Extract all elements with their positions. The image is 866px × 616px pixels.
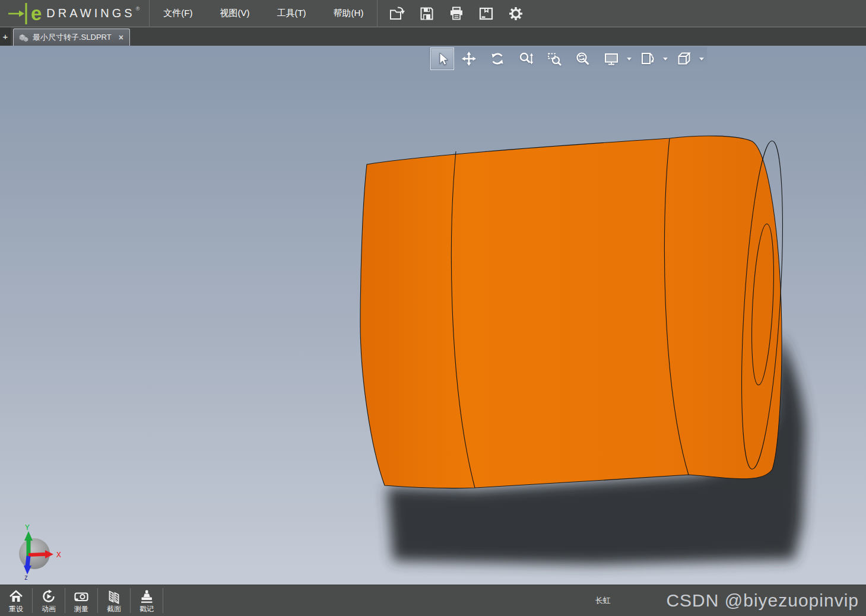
quick-toolbar [378,0,531,27]
new-tab-button[interactable]: + [0,27,11,46]
tab-bar: + 最小尺寸转子.SLDPRT × [0,27,866,46]
settings-button[interactable] [501,0,531,27]
animation-label: 动画 [42,605,56,613]
monitor-icon [604,51,619,66]
chevron-down-icon [699,58,704,61]
section-button[interactable]: 截面 [98,585,130,616]
print-icon [448,5,465,22]
edrawings-window: e DRAWINGS ® 文件(F) 视图(V) 工具(T) 帮助(H) [0,0,866,616]
print-button[interactable] [442,0,471,27]
chevron-down-icon [663,58,668,61]
divider [163,588,163,613]
measure-button[interactable]: 测量 [65,585,97,616]
publish-button[interactable] [471,0,501,27]
reset-button[interactable]: 重设 [0,585,32,616]
select-button[interactable] [430,47,454,70]
rotor-body[interactable] [360,136,782,488]
tab-active[interactable]: 最小尺寸转子.SLDPRT × [13,28,130,46]
axis-triad: Y X Z [19,523,61,581]
measure-label: 测量 [74,605,88,613]
menu-file[interactable]: 文件(F) [150,0,206,27]
menu-bar: e DRAWINGS ® 文件(F) 视图(V) 工具(T) 帮助(H) [0,0,866,27]
license-owner: 长虹 [595,595,611,606]
zoom-to-fit-button[interactable] [569,47,597,70]
pan-icon [461,51,477,66]
animation-button[interactable]: 动画 [33,585,65,616]
pan-button[interactable] [455,47,483,70]
section-icon [106,589,122,604]
zoom-fit-icon [575,51,591,66]
axis-x-label: X [56,550,61,559]
bottom-toolbar: 重设 动画 测量 [0,585,866,616]
menu-tools[interactable]: 工具(T) [263,0,319,27]
save-floppy-icon [418,5,435,22]
stamp-icon [139,589,154,604]
zoom-area-icon [547,51,562,66]
axis-z-label: Z [24,575,28,581]
orientation-button[interactable] [670,47,697,70]
logo-registered-mark: ® [136,6,140,12]
markup-views-dropdown[interactable] [661,47,669,70]
orientation-dropdown[interactable] [697,47,705,70]
axis-y-label: Y [25,523,30,532]
select-cursor-icon [434,51,450,66]
open-folder-icon [389,5,405,22]
save-button[interactable] [412,0,442,27]
animation-icon [41,589,56,604]
markup-sheet-icon [640,51,655,66]
gear-icon [507,5,524,22]
zoom-to-area-button[interactable] [541,47,568,70]
viewport[interactable]: Y X Z [0,46,866,585]
model-3d[interactable]: Y X Z [0,46,866,585]
view-toolbar [429,47,707,71]
tab-title: 最小尺寸转子.SLDPRT [33,32,112,43]
menu-help[interactable]: 帮助(H) [320,0,378,27]
tab-close-icon[interactable]: × [119,33,123,42]
stamp-button[interactable]: 戳记 [131,585,163,616]
reset-label: 重设 [9,605,23,613]
home-icon [8,589,24,604]
publish-box-icon [478,5,494,22]
rotate-button[interactable] [484,47,511,70]
cube-icon [676,51,691,66]
stamp-label: 戳记 [139,605,154,613]
watermark: CSDN @biyezuopinvip [666,590,859,611]
zoom-icon [518,51,534,66]
markup-views-button[interactable] [634,47,661,70]
full-screen-button[interactable] [598,47,625,70]
chevron-down-icon [627,58,632,61]
full-screen-dropdown[interactable] [625,47,633,70]
zoom-button[interactable] [512,47,540,70]
app-logo: e DRAWINGS ® [0,0,149,27]
part-document-icon [18,33,28,42]
logo-e: e [31,4,42,23]
open-button[interactable] [382,0,412,27]
logo-name: DRAWINGS [46,7,135,20]
rotate-icon [490,51,505,66]
main-menu: 文件(F) 视图(V) 工具(T) 帮助(H) [150,0,377,27]
logo-arrow-icon [7,1,28,26]
section-label: 截面 [107,605,121,613]
measure-icon [74,589,89,604]
menu-view[interactable]: 视图(V) [206,0,263,27]
